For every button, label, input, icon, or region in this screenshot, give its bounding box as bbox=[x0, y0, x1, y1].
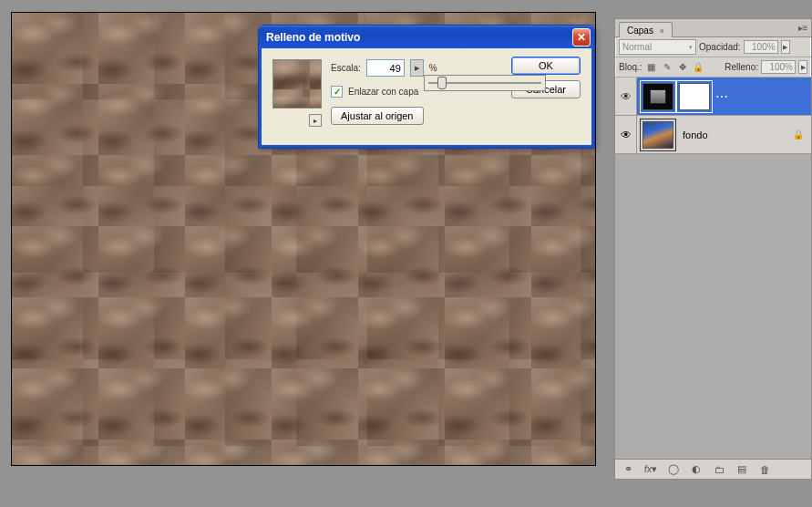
layer-name[interactable]: fondo bbox=[679, 129, 708, 140]
opacity-input[interactable]: 100% bbox=[744, 40, 778, 54]
link-with-layer-checkbox[interactable]: ✓ bbox=[331, 86, 343, 98]
layer-link-icon[interactable]: ⋯ bbox=[715, 89, 729, 104]
layer-row[interactable]: 👁 fondo 🔒 bbox=[615, 116, 811, 154]
tab-close-icon[interactable]: × bbox=[660, 26, 664, 36]
lock-transparency-icon[interactable]: ▦ bbox=[645, 61, 658, 74]
lock-paint-icon[interactable]: ✎ bbox=[661, 61, 673, 74]
layer-list: 👁 ⋯ 👁 fondo 🔒 bbox=[615, 78, 811, 460]
layer-thumb[interactable] bbox=[642, 121, 673, 149]
check-icon: ✓ bbox=[334, 87, 341, 97]
snap-label: Ajustar al origen bbox=[341, 110, 414, 121]
layer-row[interactable]: 👁 ⋯ bbox=[615, 78, 811, 116]
fill-label: Relleno: bbox=[725, 62, 758, 72]
lock-all-icon[interactable]: 🔒 bbox=[692, 61, 704, 74]
pattern-picker-button[interactable]: ▸ bbox=[309, 114, 322, 127]
lock-fill-row: Bloq.: ▦ ✎ ✥ 🔒 Relleno: 100% ▶ bbox=[615, 57, 811, 78]
scale-slider-popup[interactable] bbox=[424, 75, 546, 91]
eye-icon: 👁 bbox=[621, 129, 632, 141]
chevron-right-icon: ▸ bbox=[313, 117, 317, 125]
snap-to-origin-button[interactable]: Ajustar al origen bbox=[331, 107, 424, 125]
new-layer-icon[interactable]: ▤ bbox=[735, 463, 749, 475]
panel-tabstrip: Capas × ▸≡ bbox=[615, 19, 811, 37]
new-group-icon[interactable]: 🗀 bbox=[712, 464, 726, 475]
blend-mode-value: Normal bbox=[622, 42, 652, 52]
dialog-body: ▸ Escala: ▶ % ✓ Enlazar con capa bbox=[259, 48, 594, 148]
blend-opacity-row: Normal ▾ Opacidad: 100% ▶ bbox=[615, 37, 811, 57]
lock-position-icon[interactable]: ✥ bbox=[676, 61, 689, 74]
panel-menu-button[interactable]: ▸≡ bbox=[797, 21, 809, 34]
link-with-layer-label: Enlazar con capa bbox=[348, 87, 418, 97]
lock-label: Bloq.: bbox=[619, 62, 642, 72]
dialog-title: Relleno de motivo bbox=[266, 31, 572, 44]
lock-icon: 🔒 bbox=[793, 129, 804, 140]
visibility-toggle[interactable]: 👁 bbox=[615, 78, 637, 115]
fill-input[interactable]: 100% bbox=[761, 60, 796, 74]
percent-label: % bbox=[429, 63, 437, 73]
fill-slider-button[interactable]: ▶ bbox=[798, 60, 807, 74]
scale-spinner[interactable]: ▶ bbox=[410, 59, 424, 77]
link-layers-icon[interactable]: ⚭ bbox=[621, 463, 635, 475]
new-fill-adjust-icon[interactable]: ◐ bbox=[689, 463, 704, 475]
layer-fx-icon[interactable]: fx▾ bbox=[643, 463, 658, 475]
scale-input[interactable] bbox=[366, 59, 405, 77]
layer-fill-thumb[interactable] bbox=[642, 83, 673, 110]
opacity-label: Opacidad: bbox=[699, 42, 741, 52]
slider-track[interactable] bbox=[428, 82, 541, 84]
chevron-right-icon: ▶ bbox=[415, 65, 419, 72]
add-mask-icon[interactable]: ◯ bbox=[666, 463, 681, 475]
pattern-swatch[interactable] bbox=[272, 59, 322, 109]
close-icon: ✕ bbox=[577, 31, 586, 44]
eye-icon: 👁 bbox=[621, 90, 632, 103]
visibility-toggle[interactable]: 👁 bbox=[615, 116, 637, 153]
dialog-titlebar[interactable]: Relleno de motivo ✕ bbox=[259, 26, 594, 48]
scale-label: Escala: bbox=[331, 63, 361, 73]
chevron-down-icon: ▾ bbox=[689, 44, 693, 51]
menu-icon: ▸≡ bbox=[798, 23, 808, 33]
chevron-right-icon: ▶ bbox=[783, 44, 787, 51]
layers-footer: ⚭ fx▾ ◯ ◐ 🗀 ▤ 🗑 bbox=[615, 459, 811, 479]
delete-layer-icon[interactable]: 🗑 bbox=[757, 464, 772, 475]
tab-label: Capas bbox=[627, 26, 653, 36]
blend-mode-dropdown[interactable]: Normal ▾ bbox=[619, 39, 696, 55]
tab-layers[interactable]: Capas × bbox=[619, 22, 673, 37]
ok-button[interactable]: OK bbox=[511, 57, 581, 75]
chevron-right-icon: ▶ bbox=[801, 64, 806, 71]
pattern-swatch-texture bbox=[273, 60, 321, 108]
close-button[interactable]: ✕ bbox=[572, 28, 591, 47]
layer-mask-thumb[interactable] bbox=[679, 83, 710, 110]
layers-panel: Capas × ▸≡ Normal ▾ Opacidad: 100% ▶ Blo… bbox=[614, 18, 812, 480]
slider-thumb[interactable] bbox=[437, 77, 447, 89]
opacity-slider-button[interactable]: ▶ bbox=[781, 40, 790, 54]
